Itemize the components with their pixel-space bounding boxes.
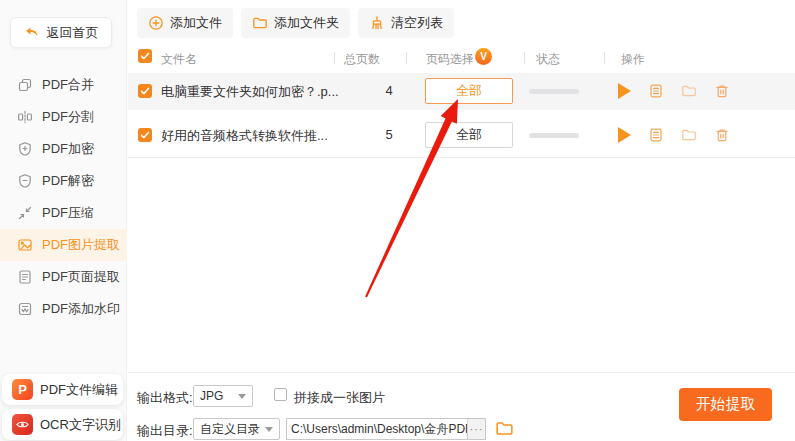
merge-into-one-label: 拼接成一张图片 bbox=[294, 389, 385, 407]
header-divider bbox=[524, 52, 525, 64]
ocr-eye-icon bbox=[12, 414, 33, 435]
pdf-editor-icon: P bbox=[12, 379, 33, 400]
add-file-plus-icon bbox=[148, 15, 164, 31]
output-dir-mode-select[interactable]: 自定义目录 bbox=[193, 418, 280, 440]
sidebar-item-pdf-decrypt[interactable]: PDF解密 bbox=[0, 165, 127, 197]
sidebar-item-pdf-merge[interactable]: PDF合并 bbox=[0, 69, 127, 101]
add-file-button[interactable]: 添加文件 bbox=[137, 8, 233, 38]
row-actions bbox=[618, 83, 730, 99]
open-folder-icon[interactable] bbox=[681, 127, 697, 143]
back-arrow-icon bbox=[24, 25, 40, 41]
sidebar-item-pdf-page-extract[interactable]: PDF页面提取 bbox=[0, 261, 127, 293]
chevron-down-icon bbox=[238, 394, 246, 399]
sidebar-item-label: PDF添加水印 bbox=[42, 300, 120, 318]
clear-list-label: 清空列表 bbox=[391, 14, 443, 32]
output-dir-mode-value: 自定义目录 bbox=[200, 421, 260, 438]
ocr-app-button[interactable]: OCR文字识别 bbox=[2, 409, 123, 440]
output-format-select[interactable]: JPG bbox=[193, 385, 253, 407]
sidebar-item-label: PDF页面提取 bbox=[42, 268, 120, 286]
start-extract-button[interactable]: 开始提取 bbox=[679, 388, 772, 421]
chevron-down-icon bbox=[265, 427, 273, 432]
add-file-label: 添加文件 bbox=[170, 14, 222, 32]
pdf-editor-app-button[interactable]: P PDF文件编辑 bbox=[2, 374, 123, 405]
row-checkbox[interactable] bbox=[138, 128, 152, 142]
image-extract-icon bbox=[17, 237, 33, 253]
delete-trash-icon[interactable] bbox=[714, 127, 730, 143]
header-divider bbox=[334, 52, 335, 64]
page-select-label: 全部 bbox=[456, 82, 482, 100]
decrypt-shield-minus-icon bbox=[17, 173, 33, 189]
sidebar-item-label: PDF合并 bbox=[42, 76, 94, 94]
clear-list-button[interactable]: 清空列表 bbox=[358, 8, 454, 38]
browse-more-button[interactable]: ··· bbox=[467, 419, 485, 439]
compress-icon bbox=[17, 205, 33, 221]
file-name: 电脑重要文件夹如何加密？.p... bbox=[161, 83, 339, 101]
sidebar-item-label: PDF分割 bbox=[42, 108, 94, 126]
view-pages-icon[interactable] bbox=[648, 127, 664, 143]
table-row: 好用的音频格式转换软件推... 5 全部 bbox=[128, 110, 795, 158]
split-icon bbox=[17, 109, 33, 125]
encrypt-shield-plus-icon bbox=[17, 141, 33, 157]
pdf-editor-label: PDF文件编辑 bbox=[40, 381, 118, 399]
sidebar-item-label: PDF图片提取 bbox=[42, 236, 120, 254]
add-folder-icon bbox=[252, 15, 268, 31]
page-select-button[interactable]: 全部 bbox=[425, 122, 513, 148]
sidebar-item-label: PDF压缩 bbox=[42, 204, 94, 222]
merge-icon bbox=[17, 77, 33, 93]
view-pages-icon[interactable] bbox=[648, 83, 664, 99]
add-folder-label: 添加文件夹 bbox=[274, 14, 339, 32]
sidebar-item-pdf-split[interactable]: PDF分割 bbox=[0, 101, 127, 133]
sidebar: 返回首页 PDF合并 PDF分割 bbox=[0, 0, 127, 441]
status-progress-bar bbox=[529, 89, 579, 94]
back-home-button[interactable]: 返回首页 bbox=[10, 17, 112, 48]
sidebar-item-pdf-encrypt[interactable]: PDF加密 bbox=[0, 133, 127, 165]
merge-into-one-checkbox[interactable] bbox=[274, 388, 287, 401]
ocr-label: OCR文字识别 bbox=[40, 416, 121, 434]
start-extract-label: 开始提取 bbox=[696, 395, 756, 414]
clear-list-broom-icon bbox=[369, 15, 385, 31]
total-pages-value: 4 bbox=[354, 83, 424, 98]
header-page-select: 页码选择 bbox=[426, 51, 474, 68]
vip-badge-icon: V bbox=[475, 48, 492, 65]
header-status: 状态 bbox=[536, 51, 560, 68]
back-home-label: 返回首页 bbox=[47, 24, 99, 42]
file-name: 好用的音频格式转换软件推... bbox=[161, 127, 328, 145]
delete-trash-icon[interactable] bbox=[714, 83, 730, 99]
sidebar-item-pdf-image-extract[interactable]: PDF图片提取 bbox=[0, 229, 127, 261]
status-progress-bar bbox=[529, 133, 579, 138]
open-output-folder-icon[interactable] bbox=[495, 419, 514, 438]
start-row-play-icon[interactable] bbox=[618, 127, 631, 143]
row-actions bbox=[618, 127, 730, 143]
output-format-value: JPG bbox=[200, 389, 223, 403]
watermark-icon bbox=[17, 301, 33, 317]
open-folder-icon[interactable] bbox=[681, 83, 697, 99]
total-pages-value: 5 bbox=[354, 127, 424, 142]
page-select-button[interactable]: 全部 bbox=[425, 78, 513, 104]
header-actions: 操作 bbox=[621, 51, 645, 68]
pdf-editor-icon-letter: P bbox=[18, 382, 27, 397]
row-checkbox[interactable] bbox=[138, 84, 152, 98]
header-divider bbox=[604, 52, 605, 64]
sidebar-item-label: PDF加密 bbox=[42, 140, 94, 158]
sidebar-item-label: PDF解密 bbox=[42, 172, 94, 190]
select-all-checkbox[interactable] bbox=[138, 49, 152, 63]
toolbar: 添加文件 添加文件夹 清空列表 bbox=[137, 8, 454, 38]
output-path-field[interactable]: C:\Users\admin\Desktop\金舟PDF转换 ··· bbox=[286, 418, 486, 440]
main-content: 添加文件 添加文件夹 清空列表 文件名 bbox=[128, 0, 795, 441]
start-row-play-icon[interactable] bbox=[618, 83, 631, 99]
table-header: 文件名 总页数 页码选择 V 状态 操作 bbox=[128, 48, 795, 68]
sidebar-menu: PDF合并 PDF分割 PDF加密 bbox=[0, 69, 127, 325]
output-format-label: 输出格式: bbox=[137, 389, 193, 407]
output-dir-label: 输出目录: bbox=[137, 422, 193, 440]
table-row: 电脑重要文件夹如何加密？.p... 4 全部 bbox=[128, 73, 795, 110]
vip-badge-letter: V bbox=[480, 51, 487, 62]
add-folder-button[interactable]: 添加文件夹 bbox=[241, 8, 350, 38]
sidebar-item-pdf-watermark[interactable]: PDF添加水印 bbox=[0, 293, 127, 325]
output-path-value: C:\Users\admin\Desktop\金舟PDF转换 bbox=[287, 419, 467, 439]
header-total-pages: 总页数 bbox=[344, 51, 380, 68]
sidebar-item-pdf-compress[interactable]: PDF压缩 bbox=[0, 197, 127, 229]
page-extract-icon bbox=[17, 269, 33, 285]
footer-divider bbox=[128, 372, 795, 373]
header-divider bbox=[406, 52, 407, 64]
page-select-label: 全部 bbox=[456, 126, 482, 144]
